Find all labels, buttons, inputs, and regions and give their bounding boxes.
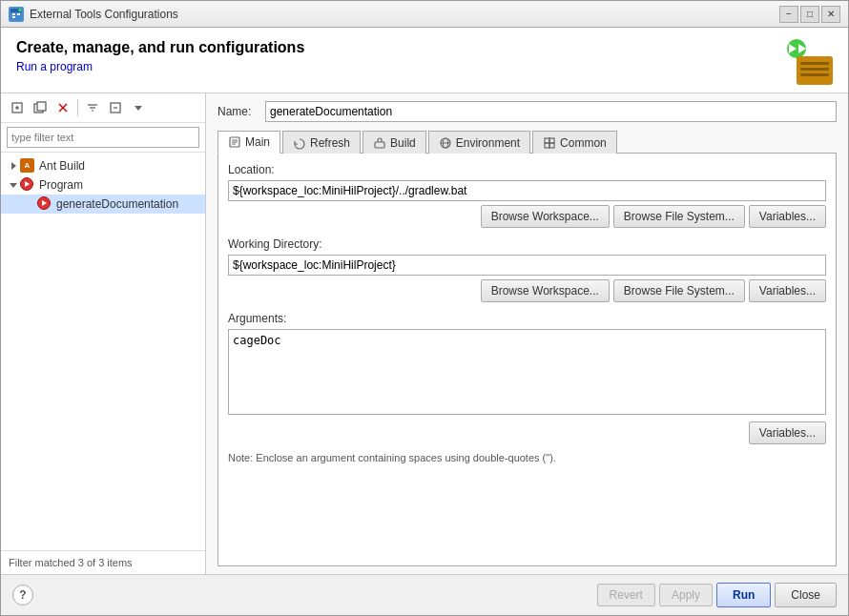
dialog-subtitle[interactable]: Run a program [16,60,304,73]
delete-button[interactable] [52,97,73,118]
tree-item-ant-build[interactable]: A Ant Build [1,156,205,175]
generate-docs-icon [37,196,52,212]
tree-item-program[interactable]: Program [1,175,205,195]
dialog-header: Create, manage, and run configurations R… [1,28,848,93]
window-icon [9,7,24,22]
svg-rect-10 [37,102,46,111]
dialog-title: Create, manage, and run configurations [16,39,304,56]
title-bar: External Tools Configurations − □ ✕ [1,1,848,28]
right-panel: Name: Main [206,93,848,574]
location-input[interactable] [228,180,826,201]
variables-button-2[interactable]: Variables... [749,279,826,302]
maximize-button[interactable]: □ [800,6,819,23]
svg-rect-29 [549,143,554,148]
header-text: Create, manage, and run configurations R… [16,39,304,73]
tab-common-label: Common [560,136,607,150]
svg-rect-22 [375,142,384,148]
tab-content-main: Location: Browse Workspace... Browse Fil… [217,154,837,566]
svg-rect-0 [10,11,22,20]
left-toolbar [1,93,205,123]
arguments-section: Arguments: cageDoc Variables... Note: En… [228,312,826,463]
browse-workspace-button-2[interactable]: Browse Workspace... [481,279,610,302]
svg-rect-28 [545,143,549,148]
tab-refresh-label: Refresh [310,136,350,150]
filter-status: Filter matched 3 of 3 items [1,550,205,574]
separator-1 [77,99,78,116]
location-buttons: Browse Workspace... Browse File System..… [228,205,826,228]
tab-environment-label: Environment [456,136,520,150]
tree-expand-program[interactable] [7,178,20,192]
close-window-button[interactable]: ✕ [821,6,840,23]
tab-refresh[interactable]: Refresh [282,131,361,154]
apply-button: Apply [659,584,713,606]
svg-rect-27 [549,138,554,143]
svg-rect-2 [12,16,15,18]
run-button[interactable]: Run [716,583,771,607]
help-button[interactable]: ? [12,585,33,606]
browse-filesystem-button-2[interactable]: Browse File System... [613,279,745,302]
svg-rect-26 [545,138,549,143]
tab-build[interactable]: Build [362,131,426,154]
working-dir-label: Working Directory: [228,237,826,251]
arguments-buttons: Variables... [228,421,826,444]
window-title: External Tools Configurations [30,8,779,21]
program-icon [20,177,35,193]
svg-rect-3 [17,13,20,15]
name-label: Name: [217,105,258,118]
ant-build-label: Ant Build [39,159,85,173]
build-tab-icon [373,136,386,150]
generate-docs-label: generateDocumentation [56,197,178,211]
name-row: Name: [217,101,837,122]
filter-button[interactable] [82,97,103,118]
browse-workspace-button-1[interactable]: Browse Workspace... [481,205,610,228]
arguments-textarea[interactable]: cageDoc [228,329,826,415]
bottom-left: ? [12,585,33,606]
variables-button-1[interactable]: Variables... [749,205,826,228]
window-controls: − □ ✕ [779,6,840,23]
name-input[interactable] [265,101,837,122]
env-tab-icon [439,136,452,150]
working-dir-section: Working Directory: Browse Workspace... B… [228,237,826,302]
filter-input[interactable] [7,127,199,148]
arguments-note: Note: Enclose an argument containing spa… [228,452,826,463]
working-dir-input[interactable] [228,255,826,276]
duplicate-button[interactable] [30,97,51,118]
tree-expand-ant[interactable] [7,159,20,173]
variables-button-3[interactable]: Variables... [749,421,826,444]
play-icon [787,39,806,58]
tree-item-generate-docs[interactable]: generateDocumentation [1,195,205,214]
left-panel: A Ant Build Program [1,93,206,574]
tab-main-label: Main [245,135,270,149]
location-label: Location: [228,163,826,176]
tab-common[interactable]: Common [532,131,617,154]
main-content: A Ant Build Program [1,93,848,574]
arguments-label: Arguments: [228,312,826,325]
dialog-window: External Tools Configurations − □ ✕ Crea… [0,0,849,616]
tabs-bar: Main Refresh Build [217,130,837,154]
close-button[interactable]: Close [775,583,837,607]
arguments-wrapper: cageDoc [228,329,826,418]
toolbox-icon [797,56,833,85]
tab-environment[interactable]: Environment [428,131,530,154]
new-config-button[interactable] [7,97,28,118]
program-label: Program [39,178,83,192]
bottom-bar: ? Revert Apply Run Close [1,574,848,615]
working-dir-buttons: Browse Workspace... Browse File System..… [228,279,826,302]
browse-filesystem-button-1[interactable]: Browse File System... [613,205,745,228]
header-icon [787,39,833,85]
svg-rect-1 [12,13,15,15]
filter-input-wrapper [1,123,205,153]
refresh-tab-icon [293,136,306,150]
more-button[interactable] [128,97,149,118]
ant-icon: A [20,158,35,174]
revert-button: Revert [597,584,655,606]
tree-area: A Ant Build Program [1,153,205,550]
svg-point-5 [19,9,22,11]
location-section: Location: Browse Workspace... Browse Fil… [228,163,826,228]
tab-main[interactable]: Main [217,131,280,154]
bottom-right: Revert Apply Run Close [597,583,837,607]
common-tab-icon [543,136,556,150]
collapse-all-button[interactable] [105,97,126,118]
minimize-button[interactable]: − [779,6,798,23]
main-tab-icon [228,135,241,149]
